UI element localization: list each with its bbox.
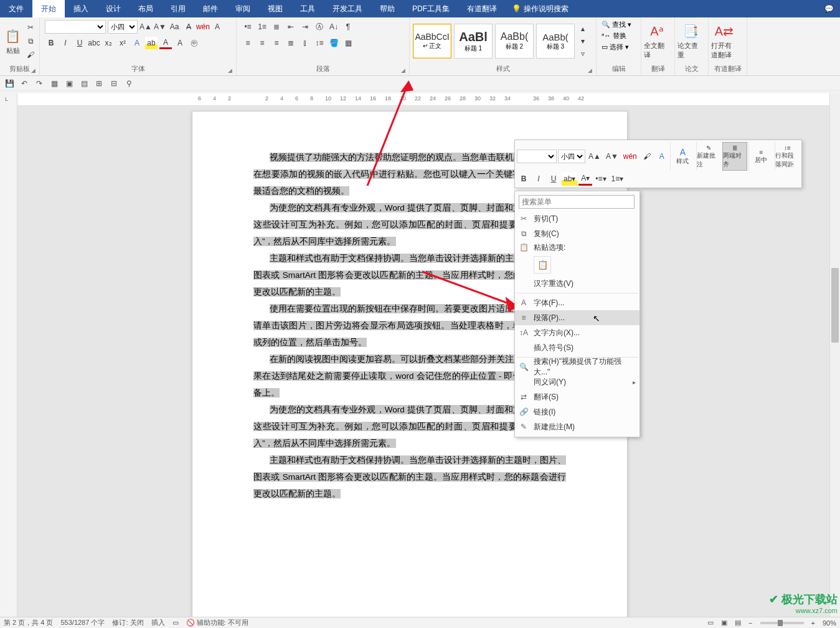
qat-e[interactable]: ⊟ bbox=[108, 78, 120, 89]
clear-format-button[interactable]: A̶ bbox=[182, 21, 195, 33]
align-center-button[interactable]: ≡ bbox=[256, 37, 268, 49]
tab-developer[interactable]: 开发工具 bbox=[324, 0, 371, 17]
qat-b[interactable]: ▣ bbox=[64, 78, 75, 89]
increase-indent-button[interactable]: ⇥ bbox=[299, 21, 311, 33]
decrease-indent-button[interactable]: ⇤ bbox=[285, 21, 297, 33]
qat-undo[interactable]: ↶ bbox=[19, 78, 30, 89]
show-marks-button[interactable]: ¶ bbox=[342, 21, 354, 33]
ctx-han[interactable]: 汉字重选(V) bbox=[515, 276, 639, 291]
scrollbar-thumb[interactable] bbox=[831, 268, 839, 343]
grow-font-button[interactable]: A▲ bbox=[139, 21, 152, 33]
styles-more[interactable]: ▿ bbox=[577, 47, 589, 60]
tell-me[interactable]: 💡 操作说明搜索 bbox=[506, 4, 575, 14]
font-size-select[interactable]: 小四 bbox=[108, 20, 138, 34]
mini-italic[interactable]: I bbox=[532, 172, 545, 186]
format-painter-button[interactable]: 🖌 bbox=[24, 49, 37, 61]
zoom-out[interactable]: − bbox=[748, 619, 752, 627]
mini-font-size[interactable]: 小四 bbox=[558, 150, 585, 163]
mini-fontcolor[interactable]: A▾ bbox=[578, 172, 592, 186]
ctx-synonym[interactable]: 同义词(Y)▸ bbox=[515, 374, 639, 389]
style-h1[interactable]: AaBl标题 1 bbox=[454, 24, 493, 59]
ctx-font[interactable]: A字体(F)... bbox=[515, 295, 639, 310]
tab-file[interactable]: 文件 bbox=[0, 0, 32, 17]
view-read[interactable]: ▭ bbox=[707, 619, 714, 627]
mini-justify[interactable]: ≣两端对齐 bbox=[722, 142, 747, 171]
asian-layout-button[interactable]: Ⓐ bbox=[313, 21, 326, 33]
shading-button[interactable]: 🪣 bbox=[328, 37, 340, 49]
style-h2[interactable]: AaBb(标题 2 bbox=[495, 24, 534, 59]
mini-font-name[interactable] bbox=[517, 150, 557, 163]
zoom-value[interactable]: 90% bbox=[823, 619, 836, 627]
mini-numbering[interactable]: 1≡▾ bbox=[610, 172, 626, 186]
qat-c[interactable]: ▤ bbox=[78, 78, 90, 89]
tab-review[interactable]: 审阅 bbox=[227, 0, 259, 17]
status-page[interactable]: 第 2 页，共 4 页 bbox=[4, 618, 53, 627]
select-button[interactable]: ▭ 选择 ▾ bbox=[602, 42, 629, 52]
tab-youdao[interactable]: 有道翻译 bbox=[458, 0, 506, 17]
distribute-button[interactable]: ⫿ bbox=[299, 37, 311, 49]
style-h3[interactable]: AaBb(标题 3 bbox=[536, 24, 575, 59]
bullets-button[interactable]: •≡ bbox=[242, 21, 254, 33]
mini-center[interactable]: ≡居中 bbox=[748, 142, 773, 171]
align-left-button[interactable]: ≡ bbox=[242, 37, 254, 49]
char-border-button[interactable]: A bbox=[211, 21, 224, 33]
fulltext-translate-button[interactable]: Aᵃ全文翻译 bbox=[644, 20, 670, 62]
paste-button[interactable]: 📋 粘贴 bbox=[2, 20, 23, 62]
tab-insert[interactable]: 插入 bbox=[65, 0, 97, 17]
qat-f[interactable]: ⚲ bbox=[123, 78, 134, 89]
tab-layout[interactable]: 布局 bbox=[130, 0, 162, 17]
styles-up[interactable]: ▴ bbox=[577, 22, 589, 35]
horizontal-ruler[interactable]: 6 4 2 2 4 6 8 10 12 14 16 18 20 22 24 26… bbox=[17, 93, 840, 106]
comments-icon[interactable]: 💬 bbox=[818, 4, 840, 13]
mini-spacing[interactable]: ↕≡行和段落间距 bbox=[775, 142, 800, 171]
numbering-button[interactable]: 1≡ bbox=[256, 21, 268, 33]
highlight-button[interactable]: ab bbox=[145, 37, 158, 49]
style-normal[interactable]: AaBbCcI↵ 正文 bbox=[413, 24, 451, 59]
mini-phonetic[interactable]: wén bbox=[621, 150, 639, 163]
styles-launcher[interactable]: ◢ bbox=[588, 67, 592, 74]
styles-down[interactable]: ▾ bbox=[577, 35, 589, 47]
view-print[interactable]: ▣ bbox=[721, 619, 727, 627]
mini-underline[interactable]: U bbox=[547, 172, 560, 186]
underline-button[interactable]: U bbox=[73, 37, 86, 49]
ctx-cut[interactable]: ✂剪切(T) bbox=[515, 211, 639, 226]
tab-home[interactable]: 开始 bbox=[32, 0, 65, 17]
sort-button[interactable]: A↓ bbox=[328, 21, 340, 33]
thesis-check-button[interactable]: 📑论文查重 bbox=[677, 20, 704, 62]
mini-bullets[interactable]: •≡▾ bbox=[593, 172, 608, 186]
italic-button[interactable]: I bbox=[59, 37, 72, 49]
status-words[interactable]: 553/1287 个字 bbox=[60, 618, 105, 627]
tab-references[interactable]: 引用 bbox=[162, 0, 194, 17]
clipboard-launcher[interactable]: ◢ bbox=[31, 67, 35, 74]
vertical-scrollbar[interactable] bbox=[829, 93, 840, 617]
borders-button[interactable]: ▦ bbox=[342, 37, 354, 49]
phonetic-button[interactable]: wén bbox=[197, 21, 209, 33]
justify-button[interactable]: ≣ bbox=[285, 37, 297, 49]
superscript-button[interactable]: x² bbox=[116, 37, 129, 49]
ctx-link[interactable]: 🔗链接(I) bbox=[515, 404, 639, 419]
paste-option-1[interactable]: 📋 bbox=[534, 256, 551, 274]
tab-mail[interactable]: 邮件 bbox=[194, 0, 227, 17]
tab-tools[interactable]: 工具 bbox=[291, 0, 324, 17]
line-spacing-button[interactable]: ↕≡ bbox=[313, 37, 326, 49]
mini-comment[interactable]: ✎新建批注 bbox=[696, 142, 721, 171]
zoom-slider[interactable] bbox=[760, 622, 804, 624]
shrink-font-button[interactable]: A▼ bbox=[154, 21, 166, 33]
mini-grow-font[interactable]: A▲ bbox=[587, 150, 603, 163]
view-web[interactable]: ▤ bbox=[735, 619, 741, 627]
multilevel-button[interactable]: ≣ bbox=[270, 21, 283, 33]
context-search-input[interactable] bbox=[519, 195, 635, 209]
qat-save[interactable]: 💾 bbox=[4, 78, 15, 89]
status-lang-icon[interactable]: ▭ bbox=[172, 619, 179, 627]
enclose-char-button[interactable]: ㊥ bbox=[188, 37, 201, 49]
align-right-button[interactable]: ≡ bbox=[270, 37, 283, 49]
tab-pdf[interactable]: PDF工具集 bbox=[403, 0, 458, 17]
paragraph-launcher[interactable]: ◢ bbox=[401, 67, 405, 74]
ctx-text-direction[interactable]: ↕A文字方向(X)... bbox=[515, 325, 639, 340]
status-track[interactable]: 修订: 关闭 bbox=[112, 618, 143, 627]
open-youdao-button[interactable]: A⇄打开有道翻译 bbox=[711, 20, 737, 62]
ctx-insert-symbol[interactable]: 插入符号(S) bbox=[515, 340, 639, 355]
font-launcher[interactable]: ◢ bbox=[228, 67, 232, 74]
font-color-button[interactable]: A bbox=[159, 37, 172, 49]
strike-button[interactable]: abc bbox=[88, 37, 100, 49]
